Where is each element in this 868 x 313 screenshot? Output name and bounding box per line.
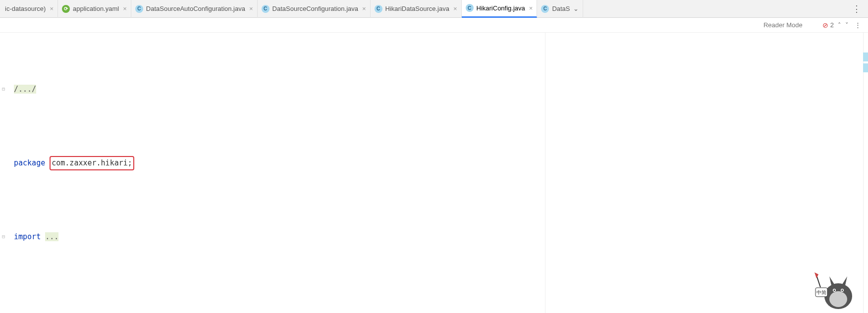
import-fold[interactable]: ... xyxy=(45,232,58,241)
close-icon[interactable]: × xyxy=(529,4,533,12)
kw-import: import xyxy=(14,232,41,241)
editor-area: ⊟/.../ package com.zaxxer.hikari; ⊟impor… xyxy=(0,33,868,313)
tab-bar: ic-datasource) × ⟳ application.yaml × C … xyxy=(0,0,868,18)
tab-label: DataSourceConfiguration.java xyxy=(272,5,358,12)
class-icon: C xyxy=(135,5,143,13)
chevron-down-icon[interactable]: ⌄ xyxy=(573,5,579,12)
tab-label: HikariDataSource.java xyxy=(385,5,449,12)
error-icon: ⊘ xyxy=(822,21,828,29)
svg-point-4 xyxy=(834,290,835,291)
next-highlight-icon[interactable]: ˅ xyxy=(843,21,851,29)
toolbar-more-icon[interactable]: ⋮ xyxy=(855,21,861,29)
reader-mode-label[interactable]: Reader Mode xyxy=(763,21,803,29)
gutter xyxy=(0,33,7,313)
tab-datasource-autoconfig[interactable]: C DataSourceAutoConfiguration.java × xyxy=(131,0,258,18)
tab-label: application.yaml xyxy=(73,5,119,12)
tab-datas-overflow[interactable]: C DataS ⌄ xyxy=(537,0,583,18)
class-icon: C xyxy=(375,5,382,13)
highlight-box-package: com.zaxxer.hikari; xyxy=(50,156,134,170)
svg-point-5 xyxy=(842,290,843,291)
svg-point-1 xyxy=(829,291,847,307)
spring-icon: ⟳ xyxy=(62,5,70,13)
class-icon: C xyxy=(466,4,474,12)
tab-label: DataSourceAutoConfiguration.java xyxy=(146,5,245,12)
close-icon[interactable]: × xyxy=(50,5,54,12)
fold-icon[interactable]: ⊟ xyxy=(2,231,5,243)
close-icon[interactable]: × xyxy=(362,5,366,12)
folded-block[interactable]: /.../ xyxy=(14,85,36,94)
scroll-marker[interactable] xyxy=(863,63,868,72)
tabs-more-icon[interactable]: ⋮ xyxy=(845,3,868,14)
tab-label: HikariConfig.java xyxy=(477,4,525,12)
svg-text:中简: 中简 xyxy=(816,290,826,295)
tab-label: ic-datasource) xyxy=(5,5,46,12)
totoro-mascot-icon: 中简 xyxy=(807,265,856,310)
svg-marker-9 xyxy=(814,272,818,278)
tab-hikari-datasource[interactable]: C HikariDataSource.java × xyxy=(371,0,462,18)
kw-package: package xyxy=(14,158,45,167)
class-icon: C xyxy=(541,5,549,13)
fold-icon[interactable]: ⊟ xyxy=(2,83,5,96)
tab-label: DataS xyxy=(552,5,570,12)
error-count: 2 xyxy=(830,21,834,29)
tab-ic-datasource[interactable]: ic-datasource) × xyxy=(1,0,58,18)
scrollbar-marker-area[interactable] xyxy=(863,33,868,313)
code-editor[interactable]: ⊟/.../ package com.zaxxer.hikari; ⊟impor… xyxy=(7,33,863,313)
tab-application-yaml[interactable]: ⟳ application.yaml × xyxy=(58,0,131,18)
editor-toolbar: Reader Mode ⊘ 2 ˄ ˅ ⋮ xyxy=(0,18,868,33)
prev-highlight-icon[interactable]: ˄ xyxy=(836,21,843,29)
close-icon[interactable]: × xyxy=(249,5,253,12)
close-icon[interactable]: × xyxy=(123,5,127,12)
tab-hikari-config[interactable]: C HikariConfig.java × xyxy=(462,0,538,18)
class-icon: C xyxy=(262,5,270,13)
tab-datasource-config[interactable]: C DataSourceConfiguration.java × xyxy=(258,0,371,18)
scroll-marker[interactable] xyxy=(863,52,868,61)
close-icon[interactable]: × xyxy=(453,5,457,12)
error-indicator[interactable]: ⊘ 2 xyxy=(822,21,834,29)
